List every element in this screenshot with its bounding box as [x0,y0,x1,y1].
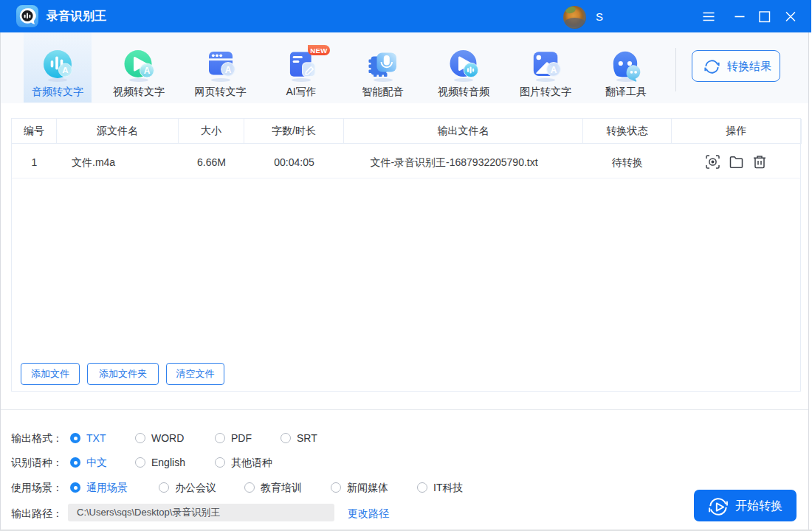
svg-text:A: A [224,65,231,75]
svg-text:A: A [62,66,68,74]
svg-text:A: A [144,66,151,76]
svg-text:A: A [551,65,557,75]
svg-text:NEW: NEW [310,46,328,55]
